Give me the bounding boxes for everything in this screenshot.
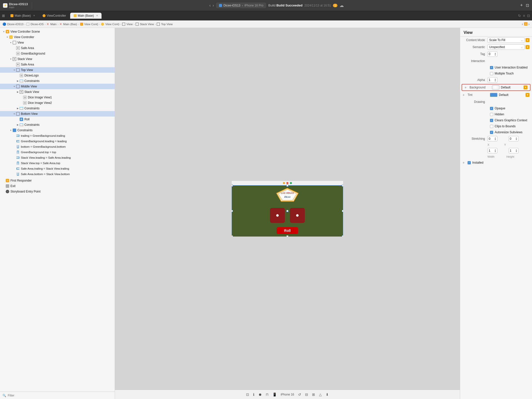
tag-stepper[interactable]: 0 ▲▼ [487,51,497,57]
roll-button[interactable]: Roll [277,227,298,234]
bc-item-8[interactable]: Top View [157,23,172,26]
tree-item-bottomview[interactable]: ▾ Bottom View [0,111,115,117]
user-interaction-checkbox[interactable] [490,66,493,69]
bg-plus[interactable]: + [465,85,469,89]
tree-item-topview[interactable]: ▾ Top View [0,67,115,73]
canvas-btn-10[interactable]: ⬇ [326,393,329,397]
bc-item-7[interactable]: Stack View [136,23,154,26]
stretch-x-stepper[interactable]: 0 ▲▼ [487,136,497,141]
canvas-btn-7[interactable]: ⊟ [305,393,308,397]
tree-item-roll[interactable]: ▾ B Roll [0,117,115,122]
hidden-checkbox[interactable] [490,113,493,116]
handle-br[interactable] [342,235,343,237]
canvas-btn-2[interactable]: ℹ [253,393,254,397]
forward-btn[interactable]: › [213,3,214,8]
tab-main-base-1[interactable]: Main (Base) ✕ [7,13,39,19]
tree-item-safearea1[interactable]: ▾ ⊞ Safe Area [0,45,115,51]
tree-item-c3[interactable]: ▾ bottom = GreenBackground.bottom [0,144,115,149]
checkbox-clips[interactable]: Clips to Bounds [460,123,532,129]
bc-item-5[interactable]: View Cont) [101,23,119,26]
bc-prev-btn[interactable]: ‹ [522,22,523,26]
canvas-btn-1[interactable]: ⊡ [246,393,249,397]
bc-item-3[interactable]: ✕ Main (Bas) [59,22,77,26]
tree-item-dice1[interactable]: ▾ 🖼 Dice Image View1 [0,95,115,100]
tree-item-firstresponder[interactable]: ▾ ① First Responder [0,178,115,183]
checkbox-multiple-touch[interactable]: Multiple Touch [460,70,532,76]
checkbox-opaque[interactable]: Opaque [460,105,532,111]
bc-item-1[interactable]: Dicee-iOS [26,23,44,26]
tab-close-1[interactable]: ✕ [33,14,35,17]
tree-item-c1[interactable]: ▾ trailing = GreenBackground.trailing [0,133,115,138]
tree-item-dicelogo[interactable]: ▾ 🖼 DiceeLogo [0,73,115,78]
tree-item-dice2[interactable]: ▾ 🖼 Dice Image View2 [0,100,115,106]
tint-plus[interactable]: + [463,93,467,97]
checkbox-clears[interactable]: Clears Graphics Context [460,117,532,123]
add-btn[interactable]: + [520,3,523,8]
tree-item-stackview2[interactable]: ▶ ⊟ Stack View [0,89,115,95]
bg-swatch[interactable] [492,85,499,89]
checkbox-hidden[interactable]: Hidden [460,111,532,117]
tree-item-greenbg[interactable]: ▾ 🖼 GreenBackground [0,51,115,56]
filter-input[interactable] [8,394,112,397]
tree-item-constraints-main[interactable]: ▾ Constraints [0,128,115,133]
split-view-btn[interactable]: ⊞ [2,14,5,18]
multiple-touch-checkbox[interactable] [490,72,493,75]
tree-item-c5[interactable]: ▾ Stack View.leading = Safe Area.leading [0,155,115,160]
tint-btn[interactable]: ▼ [526,93,530,97]
installed-plus[interactable]: + [463,161,467,165]
content-mode-dropdown[interactable]: Scale To Fill ⌄ [487,37,525,43]
canvas-btn-3[interactable]: ⏺ [258,393,262,397]
back-btn[interactable]: ‹ [209,3,211,8]
content-mode-btn[interactable]: ▼ [526,38,530,42]
tab-viewcontroller[interactable]: ViewController [39,13,70,19]
stretch-y-stepper[interactable]: 0 ▲▼ [509,136,519,141]
bg-btn[interactable]: ▼ [524,85,528,89]
tree-item-c4[interactable]: ▾ GreenBackground.top = top [0,149,115,155]
tree-item-constraints-mid[interactable]: ▶ Constraints [0,106,115,111]
canvas-content[interactable]: LAS VEGAS Dicee [115,28,460,390]
semantic-dropdown[interactable]: Unspecified ⌄ [487,44,525,50]
canvas-btn-8[interactable]: ⊞ [312,393,315,397]
tree-item-storyboard[interactable]: ▾ → Storyboard Entry Point [0,189,115,194]
clears-checkbox[interactable] [490,119,493,122]
tree-item-exit[interactable]: ▾ ⬚ Exit [0,183,115,189]
installed-checkbox[interactable] [468,161,471,164]
canvas-btn-4[interactable]: ⊓ [266,393,268,397]
bc-item-6[interactable]: View [122,23,133,26]
canvas-btn-9[interactable]: △ [319,393,322,397]
checkbox-user-interaction[interactable]: User Interaction Enabled [460,65,532,70]
bc-item-0[interactable]: Dicee-iOS13 [7,23,23,26]
canvas-btn-6[interactable]: ↺ [298,393,301,397]
tree-item-constraints-top[interactable]: ▶ Constraints [0,78,115,84]
stretch-w-stepper[interactable]: 1 ▲▼ [487,148,497,153]
autoresize-checkbox[interactable] [490,131,493,134]
tree-item-stackview1[interactable]: ▾ ⊟ Stack View [0,56,115,62]
refresh-btn[interactable]: ↻ [518,14,521,18]
alpha-stepper[interactable]: 1 ▲▼ [487,77,497,83]
handle-ml[interactable] [231,210,233,212]
tree-item-scene[interactable]: ▾ ■ View Controller Scene [0,29,115,34]
tint-swatch[interactable] [490,93,497,97]
handle-mr[interactable] [342,210,343,212]
opaque-checkbox[interactable] [490,107,493,110]
tab-close-3[interactable]: ✕ [96,14,98,17]
bc-item-2[interactable]: ✕ Main [47,22,56,26]
tree-item-middleview[interactable]: ▾ Middle View [0,84,115,89]
list-btn[interactable]: ≡ [523,14,525,18]
bc-item-4[interactable]: View Cont) [80,23,98,26]
tab-main-base-2[interactable]: Main (Base) ✕ [70,13,102,19]
tree-item-constraints-bot[interactable]: ▶ Constraints [0,122,115,128]
tree-item-safearea2[interactable]: ▾ ⊞ Safe Area [0,62,115,67]
editor-btn[interactable]: ⊡ [527,14,530,18]
bc-next-btn[interactable]: › [529,22,530,26]
window-btn[interactable]: ⊡ [526,3,529,8]
checkbox-autoresize[interactable]: Autoresize Subviews [460,129,532,135]
tree-item-c8[interactable]: ▾ Safe Area.bottom = Stack View.bottom [0,171,115,177]
tree-item-c6[interactable]: ▾ Stack View.top = Safe Area.top [0,160,115,166]
handle-bl[interactable] [231,235,233,237]
tree-item-view[interactable]: ▾ View [0,40,115,45]
canvas-btn-5[interactable]: 📱 [272,393,277,397]
tree-item-c7[interactable]: ▾ Safe Area.trailing = Stack View.traili… [0,166,115,171]
handle-center[interactable] [286,210,288,212]
tree-item-c2[interactable]: ▾ GreenBackground.leading = leading [0,138,115,144]
